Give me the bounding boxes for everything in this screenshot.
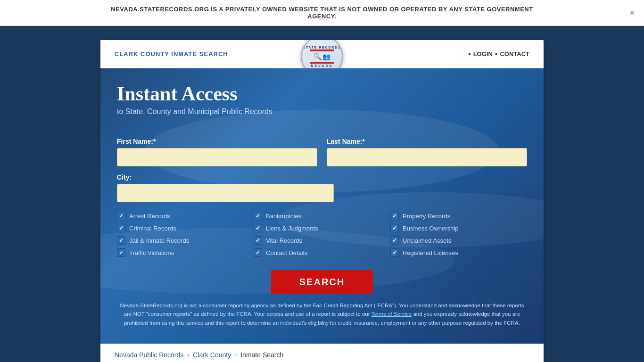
header-nav: • LOGIN • CONTACT <box>468 50 529 58</box>
list-item: Traffic Violations <box>117 248 254 257</box>
checkbox-col-1: Arrest Records Criminal Records Jail & I… <box>117 212 254 261</box>
list-item: Vital Records <box>254 236 390 245</box>
breadcrumb-inmate: Inmate Search <box>240 351 283 359</box>
checkbox-vital-label: Vital Records <box>266 237 302 244</box>
checkbox-unclaimed-label: Unclaimed Assets <box>403 237 451 244</box>
first-name-label: First Name:* <box>117 138 317 145</box>
list-item: Registered Licenses <box>390 248 527 257</box>
banner-text: NEVADA.STATERECORDS.ORG IS A PRIVATELY O… <box>110 6 534 20</box>
checkbox-jail-label: Jail & Inmate Records <box>129 237 189 244</box>
site-title: CLARK COUNTY INMATE SEARCH <box>115 50 228 58</box>
main-card: CLARK COUNTY INMATE SEARCH STATE RECORDS… <box>100 40 544 362</box>
last-name-label: Last Name:* <box>327 138 527 145</box>
login-link[interactable]: LOGIN <box>473 50 493 58</box>
contact-link[interactable]: CONTACT <box>500 50 529 58</box>
checkbox-property-icon <box>390 212 399 220</box>
checkbox-liens-label: Liens & Judgments <box>266 225 318 232</box>
breadcrumb: Nevada Public Records › Clark County › I… <box>115 351 529 359</box>
name-form-row: First Name:* Last Name:* <box>117 138 527 166</box>
top-banner: NEVADA.STATERECORDS.ORG IS A PRIVATELY O… <box>0 0 644 26</box>
breadcrumb-sep-1: › <box>187 352 189 358</box>
list-item: Liens & Judgments <box>254 224 390 232</box>
first-name-input[interactable] <box>117 148 317 166</box>
nav-dot-2: • <box>495 50 498 58</box>
close-banner-button[interactable]: × <box>629 8 635 18</box>
checkbox-contact-icon <box>254 248 262 257</box>
first-name-group: First Name:* <box>117 138 317 166</box>
card-header: CLARK COUNTY INMATE SEARCH STATE RECORDS… <box>100 40 544 68</box>
checkbox-bankrupt-icon <box>254 212 262 220</box>
nav-dot-1: • <box>468 50 471 58</box>
checkbox-criminal-icon <box>117 224 125 232</box>
list-item: Arrest Records <box>117 212 254 220</box>
checkbox-col-3: Property Records Business Ownership Uncl… <box>390 212 527 261</box>
last-name-group: Last Name:* <box>327 138 527 166</box>
checkbox-business-icon <box>390 224 399 232</box>
breadcrumb-clark[interactable]: Clark County <box>193 351 231 359</box>
checkbox-arrest-icon <box>117 212 125 220</box>
city-form-row: City: <box>117 173 527 202</box>
list-item: Property Records <box>390 212 527 220</box>
checkbox-licenses-label: Registered Licenses <box>403 249 458 256</box>
city-input[interactable] <box>117 184 334 202</box>
list-item: Jail & Inmate Records <box>117 236 254 245</box>
search-btn-wrapper: SEARCH <box>117 270 527 294</box>
checkbox-unclaimed-icon <box>390 236 399 245</box>
breadcrumb-nevada[interactable]: Nevada Public Records <box>115 351 183 359</box>
checkbox-bankrupt-label: Bankruptcies <box>266 213 301 220</box>
checkbox-property-label: Property Records <box>403 213 450 220</box>
list-item: Business Ownership <box>390 224 527 232</box>
city-label: City: <box>117 173 334 181</box>
last-name-input[interactable] <box>327 148 527 166</box>
checkbox-jail-icon <box>117 236 125 245</box>
logo-search-icon: 🔍 <box>314 53 322 60</box>
checkbox-contact-label: Contact Details <box>266 249 307 256</box>
search-button[interactable]: SEARCH <box>271 270 373 294</box>
city-group: City: <box>117 173 334 202</box>
checkbox-traffic-icon <box>117 248 125 257</box>
hero-section: Instant Access to State, County and Muni… <box>100 68 544 344</box>
disclaimer-text: Nevada.StateRecords.org is not a consume… <box>120 303 524 326</box>
checkbox-liens-icon <box>254 224 262 232</box>
checkbox-criminal-label: Criminal Records <box>129 225 176 232</box>
checkbox-licenses-icon <box>390 248 399 257</box>
logo-bottom-text: NEVADA <box>311 64 333 67</box>
main-wrapper: CLARK COUNTY INMATE SEARCH STATE RECORDS… <box>0 26 644 362</box>
disclaimer: Nevada.StateRecords.org is not a consume… <box>117 301 527 327</box>
list-item: Bankruptcies <box>254 212 390 220</box>
checkbox-arrest-label: Arrest Records <box>129 213 170 220</box>
logo-middle: 🔍 👥 <box>314 53 330 60</box>
checkbox-col-2: Bankruptcies Liens & Judgments Vital Rec… <box>254 212 390 261</box>
checkbox-traffic-label: Traffic Violations <box>129 249 174 256</box>
breadcrumb-section: Nevada Public Records › Clark County › I… <box>100 344 544 362</box>
list-item: Contact Details <box>254 248 390 257</box>
divider <box>117 128 527 128</box>
list-item: Criminal Records <box>117 224 254 232</box>
breadcrumb-sep-2: › <box>235 352 237 358</box>
checkboxes-section: Arrest Records Criminal Records Jail & I… <box>117 212 527 261</box>
logo-red-bar-2 <box>310 62 334 64</box>
logo-top-text: STATE RECORDS <box>303 46 341 49</box>
logo-people-icon: 👥 <box>322 53 330 60</box>
tos-link[interactable]: Terms of Service <box>372 311 412 317</box>
checkbox-business-label: Business Ownership <box>403 225 459 232</box>
hero-subtitle: to State, County and Municipal Public Re… <box>117 107 527 116</box>
logo-red-bar <box>310 49 334 51</box>
hero-title: Instant Access <box>117 82 527 105</box>
checkbox-vital-icon <box>254 236 262 245</box>
list-item: Unclaimed Assets <box>390 236 527 245</box>
